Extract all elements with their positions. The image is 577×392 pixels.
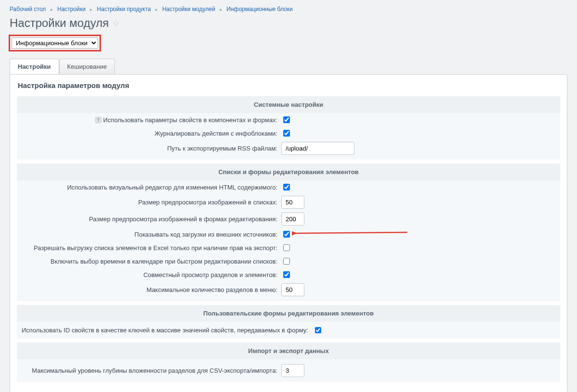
field-label: Разрешать выгрузку списка элементов в Ex… <box>22 244 281 252</box>
page-title: Настройки модуля <box>10 16 109 30</box>
favorite-star-icon[interactable]: ☆ <box>113 19 119 28</box>
field-label: Показывать код загрузки из внешних источ… <box>22 231 281 238</box>
use-props-checkbox[interactable] <box>283 116 290 123</box>
section-header: Импорт и экспорт данных <box>17 342 560 359</box>
field-label: Журналировать действия с инфоблоками: <box>22 130 281 137</box>
field-label: Размер предпросмотра изображений в форма… <box>22 215 281 223</box>
section-user-forms: Пользовательские формы редактирования эл… <box>17 305 560 339</box>
tab-settings[interactable]: Настройки <box>10 59 59 75</box>
combined-view-checkbox[interactable] <box>283 271 290 278</box>
annotation-arrow-icon <box>292 228 412 239</box>
section-system: Системные настройки ?Использовать параме… <box>17 96 560 160</box>
breadcrumb-item[interactable]: Настройки модулей <box>162 6 215 13</box>
preview-form-input[interactable] <box>281 213 304 226</box>
breadcrumb: Рабочий стол ▸ Настройки ▸ Настройки про… <box>0 0 577 16</box>
breadcrumb-item[interactable]: Настройки продукта <box>97 6 151 13</box>
section-lists: Списки и формы редактирования элементов … <box>17 164 560 301</box>
chevron-right-icon: ▸ <box>220 7 222 12</box>
section-header: Пользовательские формы редактирования эл… <box>17 305 560 322</box>
help-icon[interactable]: ? <box>95 117 101 123</box>
field-label: Максимальное количество разделов в меню: <box>22 286 281 293</box>
tabs: Настройки Кеширование <box>0 58 577 74</box>
panel-title: Настройка параметров модуля <box>18 81 560 89</box>
section-import-export: Импорт и экспорт данных Максимальный уро… <box>17 342 560 382</box>
field-label: Использовать ID свойств в качестве ключе… <box>22 327 312 334</box>
log-actions-checkbox[interactable] <box>283 130 290 137</box>
settings-panel: Настройка параметров модуля Системные на… <box>10 74 567 392</box>
visual-editor-checkbox[interactable] <box>283 184 290 190</box>
field-label: Совместный просмотр разделов и элементов… <box>22 271 281 278</box>
preview-list-input[interactable] <box>281 196 304 209</box>
field-label: Использовать параметры свойств в компоне… <box>103 116 277 124</box>
calendar-time-checkbox[interactable] <box>283 258 290 265</box>
tab-caching[interactable]: Кеширование <box>59 59 115 74</box>
section-header: Списки и формы редактирования элементов <box>17 164 560 180</box>
breadcrumb-item[interactable]: Настройки <box>57 6 86 13</box>
csv-depth-input[interactable] <box>281 364 304 377</box>
chevron-right-icon: ▸ <box>90 7 92 12</box>
max-sections-input[interactable] <box>281 283 304 296</box>
breadcrumb-item[interactable]: Информационные блоки <box>226 6 293 13</box>
field-label: Размер предпросмотра изображений в списк… <box>22 199 281 206</box>
field-label: Использовать визуальный редактор для изм… <box>22 184 281 191</box>
field-label: Включить выбор времени в календаре при б… <box>22 258 281 265</box>
rss-path-input[interactable] <box>281 142 354 155</box>
field-label: Путь к экспортируемым RSS файлам: <box>22 145 281 152</box>
field-label: Максимальный уровень глубины вложенности… <box>22 367 281 374</box>
breadcrumb-item[interactable]: Рабочий стол <box>10 6 46 13</box>
chevron-right-icon: ▸ <box>155 7 158 12</box>
module-select[interactable]: Информационные блоки <box>12 38 98 49</box>
id-keys-checkbox[interactable] <box>315 327 321 333</box>
module-select-highlight: Информационные блоки <box>9 35 101 51</box>
excel-export-checkbox[interactable] <box>283 244 290 251</box>
section-header: Системные настройки <box>17 96 560 113</box>
external-code-checkbox[interactable] <box>283 231 290 238</box>
svg-line-0 <box>295 232 407 233</box>
chevron-right-icon: ▸ <box>50 7 53 12</box>
